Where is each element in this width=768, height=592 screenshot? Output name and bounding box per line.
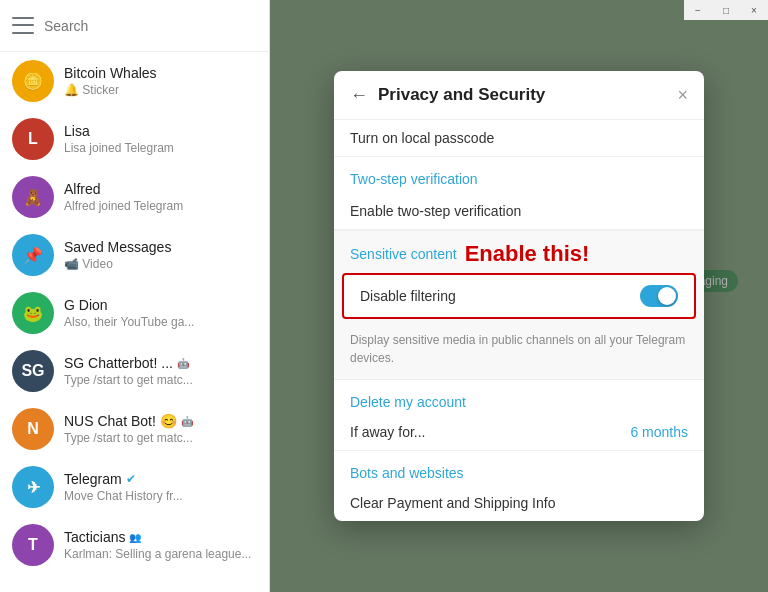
- avatar: ✈: [12, 466, 54, 508]
- if-away-label: If away for...: [350, 424, 630, 440]
- chat-preview: Type /start to get matc...: [64, 373, 257, 387]
- chat-preview: Karlman: Selling a garena league...: [64, 547, 257, 561]
- chat-name: NUS Chat Bot! 😊🤖: [64, 413, 257, 429]
- avatar: 📌: [12, 234, 54, 276]
- chat-name: SG Chatterbot! ...🤖: [64, 355, 257, 371]
- back-button[interactable]: ←: [350, 86, 368, 104]
- chat-item-bitcoin-whales[interactable]: 🪙Bitcoin Whales🔔 Sticker: [0, 52, 269, 110]
- chat-name: Bitcoin Whales: [64, 65, 257, 81]
- modal-title: Privacy and Security: [378, 85, 667, 105]
- local-passcode-item[interactable]: Turn on local passcode: [334, 120, 704, 157]
- chat-item-saved-messages[interactable]: 📌Saved Messages📹 Video: [0, 226, 269, 284]
- avatar: 🪙: [12, 60, 54, 102]
- chat-name: Telegram✔: [64, 471, 257, 487]
- chat-item-tacticians[interactable]: TTacticians👥Karlman: Selling a garena le…: [0, 516, 269, 574]
- chat-name: Lisa: [64, 123, 257, 139]
- two-step-header: Two-step verification: [334, 157, 704, 193]
- hamburger-icon[interactable]: [12, 15, 34, 37]
- if-away-value: 6 months: [630, 424, 688, 440]
- bots-websites-header: Bots and websites: [334, 451, 704, 485]
- chat-item-sg-chatterbot[interactable]: SGSG Chatterbot! ...🤖Type /start to get …: [0, 342, 269, 400]
- main-area: ssaging ← Privacy and Security × Turn on…: [270, 0, 768, 592]
- avatar: N: [12, 408, 54, 450]
- maximize-button[interactable]: □: [712, 0, 740, 20]
- chat-item-lisa[interactable]: LLisaLisa joined Telegram: [0, 110, 269, 168]
- clear-payment-item[interactable]: Clear Payment and Shipping Info: [334, 485, 704, 521]
- search-input[interactable]: [44, 18, 257, 34]
- sensitive-content-header: Sensitive content: [350, 246, 457, 262]
- sensitive-header-row: Sensitive content Enable this!: [334, 231, 704, 273]
- disable-filtering-label: Disable filtering: [360, 288, 640, 304]
- chat-preview: Move Chat History fr...: [64, 489, 257, 503]
- modal-header: ← Privacy and Security ×: [334, 71, 704, 120]
- chat-item-alfred[interactable]: 🧸AlfredAlfred joined Telegram: [0, 168, 269, 226]
- modal-close-button[interactable]: ×: [677, 86, 688, 104]
- minimize-button[interactable]: −: [684, 0, 712, 20]
- chat-preview: Also, their YouTube ga...: [64, 315, 257, 329]
- chat-preview: 🔔 Sticker: [64, 83, 257, 97]
- avatar: L: [12, 118, 54, 160]
- chat-preview: Alfred joined Telegram: [64, 199, 257, 213]
- chat-item-nus-chat-bot[interactable]: NNUS Chat Bot! 😊🤖Type /start to get matc…: [0, 400, 269, 458]
- chat-item-telegram[interactable]: ✈Telegram✔Move Chat History fr...: [0, 458, 269, 516]
- avatar: 🧸: [12, 176, 54, 218]
- chat-name: Tacticians👥: [64, 529, 257, 545]
- enable-this-annotation: Enable this!: [465, 241, 590, 267]
- modal-body: Turn on local passcode Two-step verifica…: [334, 120, 704, 521]
- enable-two-step-item[interactable]: Enable two-step verification: [334, 193, 704, 230]
- sensitive-content-section: Sensitive content Enable this! Disable f…: [334, 230, 704, 380]
- chat-preview: 📹 Video: [64, 257, 257, 271]
- chat-list: 🪙Bitcoin Whales🔔 StickerLLisaLisa joined…: [0, 52, 269, 592]
- avatar: SG: [12, 350, 54, 392]
- chat-name: Saved Messages: [64, 239, 257, 255]
- chat-name: G Dion: [64, 297, 257, 313]
- sidebar: 🪙Bitcoin Whales🔔 StickerLLisaLisa joined…: [0, 0, 270, 592]
- if-away-row[interactable]: If away for... 6 months: [334, 414, 704, 451]
- privacy-security-modal: ← Privacy and Security × Turn on local p…: [334, 71, 704, 521]
- modal-overlay: ← Privacy and Security × Turn on local p…: [270, 0, 768, 592]
- chat-preview: Type /start to get matc...: [64, 431, 257, 445]
- avatar: T: [12, 524, 54, 566]
- delete-account-header: Delete my account: [334, 380, 704, 414]
- avatar: 🐸: [12, 292, 54, 334]
- chat-preview: Lisa joined Telegram: [64, 141, 257, 155]
- disable-filtering-row: Disable filtering: [342, 273, 696, 319]
- chat-item-g-dion[interactable]: 🐸G DionAlso, their YouTube ga...: [0, 284, 269, 342]
- toggle-knob: [658, 287, 676, 305]
- chat-name: Alfred: [64, 181, 257, 197]
- sidebar-header: [0, 0, 269, 52]
- window-controls: − □ ×: [684, 0, 768, 20]
- disable-filtering-toggle[interactable]: [640, 285, 678, 307]
- close-button[interactable]: ×: [740, 0, 768, 20]
- sensitive-description: Display sensitive media in public channe…: [334, 327, 704, 379]
